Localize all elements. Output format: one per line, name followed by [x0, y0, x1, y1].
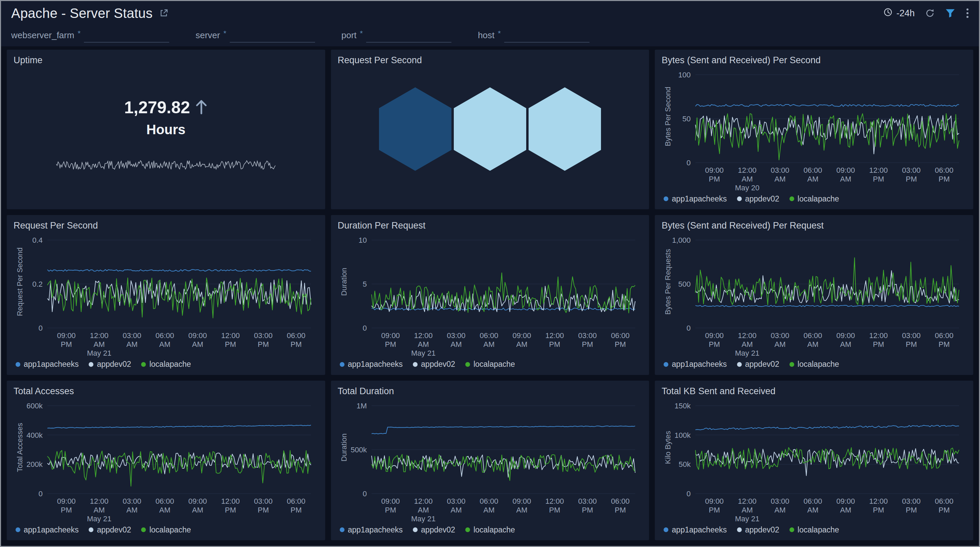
svg-text:12:00: 12:00	[221, 497, 240, 506]
svg-text:May 20: May 20	[735, 184, 759, 192]
legend-item[interactable]: localapache	[141, 525, 191, 534]
svg-text:PM: PM	[906, 340, 917, 349]
svg-text:500k: 500k	[351, 446, 367, 454]
legend-label: localapache	[149, 525, 191, 534]
legend-item[interactable]: appdev02	[89, 360, 131, 369]
svg-text:12:00: 12:00	[414, 497, 433, 506]
svg-text:50: 50	[682, 114, 690, 123]
svg-text:03:00: 03:00	[254, 497, 272, 506]
svg-text:AM: AM	[840, 506, 851, 514]
legend-item[interactable]: localapache	[465, 525, 515, 534]
port-input[interactable]	[366, 29, 452, 43]
svg-text:09:00: 09:00	[381, 331, 400, 340]
svg-text:09:00: 09:00	[188, 331, 207, 340]
filter-bar: webserver_farm * server * port * host *	[1, 25, 979, 46]
total-duration-chart[interactable]: 0500k1MDuration09:00PM12:00AMMay 2103:00…	[338, 397, 643, 523]
svg-text:500: 500	[678, 280, 691, 289]
legend-item[interactable]: appdev02	[89, 525, 131, 534]
legend-item[interactable]: localapache	[465, 360, 515, 369]
legend-item[interactable]: appdev02	[737, 525, 780, 534]
legend-item[interactable]: appdev02	[413, 360, 455, 369]
svg-text:10: 10	[358, 236, 366, 244]
legend-item[interactable]: appdev02	[413, 525, 455, 534]
total-kb-chart[interactable]: 050k100k150kKilo Bytes09:00PM12:00AMMay …	[662, 397, 966, 523]
time-range-control[interactable]: -24h	[883, 7, 915, 20]
panel-request-per-second-chart: Request Per Second 00.20.4Request Per Se…	[7, 215, 325, 374]
svg-text:06:00: 06:00	[286, 331, 305, 340]
svg-text:AM: AM	[94, 506, 105, 514]
svg-text:Bytes Per Second: Bytes Per Second	[663, 87, 672, 146]
svg-text:06:00: 06:00	[479, 497, 498, 506]
host-input[interactable]	[504, 29, 590, 43]
svg-text:0: 0	[38, 490, 43, 498]
legend-item[interactable]: localapache	[789, 525, 839, 534]
svg-text:09:00: 09:00	[705, 497, 724, 506]
honeycomb-cell[interactable]	[454, 87, 526, 171]
total-accesses-chart[interactable]: 0200k400k600kTotal Accesses09:00PM12:00A…	[14, 397, 318, 523]
honeycomb-cell[interactable]	[528, 87, 601, 171]
request-per-second-chart[interactable]: 00.20.4Request Per Second09:00PM12:00AMM…	[14, 231, 318, 358]
legend-item[interactable]: app1apacheeks	[340, 360, 403, 369]
panel-title: Request Per Second	[14, 220, 318, 231]
svg-text:400k: 400k	[26, 431, 43, 439]
svg-text:AM: AM	[192, 506, 204, 514]
legend-item[interactable]: localapache	[789, 360, 839, 369]
svg-text:03:00: 03:00	[902, 331, 921, 340]
webserver-farm-input[interactable]	[84, 29, 169, 43]
svg-text:PM: PM	[582, 340, 593, 349]
filter-icon[interactable]	[945, 8, 955, 18]
svg-text:PM: PM	[709, 175, 720, 183]
svg-text:03:00: 03:00	[123, 331, 142, 340]
svg-text:03:00: 03:00	[771, 497, 789, 506]
svg-text:12:00: 12:00	[869, 331, 888, 340]
legend-label: localapache	[798, 360, 839, 369]
svg-text:600k: 600k	[26, 402, 43, 410]
svg-text:AM: AM	[807, 175, 819, 183]
panel-title: Bytes (Sent and Received) Per Request	[662, 220, 966, 231]
legend-item[interactable]: appdev02	[737, 194, 780, 203]
honeycomb-cell[interactable]	[379, 87, 452, 171]
required-asterisk: *	[360, 29, 363, 43]
panel-uptime: Uptime 1,279.82 Hours	[7, 50, 325, 209]
svg-text:AM: AM	[742, 175, 753, 183]
legend-item[interactable]: app1apacheeks	[663, 525, 727, 534]
svg-text:12:00: 12:00	[869, 497, 888, 506]
svg-text:0: 0	[687, 324, 690, 332]
svg-text:09:00: 09:00	[512, 497, 531, 506]
svg-text:AM: AM	[516, 340, 527, 349]
svg-text:200k: 200k	[26, 460, 43, 469]
legend-item[interactable]: app1apacheeks	[663, 360, 727, 369]
svg-text:PM: PM	[385, 506, 396, 514]
svg-text:PM: PM	[225, 340, 236, 349]
legend-item[interactable]: app1apacheeks	[16, 360, 78, 369]
legend-item[interactable]: app1apacheeks	[16, 525, 78, 534]
server-input[interactable]	[230, 29, 315, 43]
kebab-menu-icon[interactable]	[966, 8, 969, 19]
svg-text:PM: PM	[939, 506, 950, 514]
legend-item[interactable]: localapache	[789, 194, 839, 203]
svg-text:PM: PM	[549, 506, 560, 514]
legend-item[interactable]: localapache	[141, 360, 191, 369]
svg-text:12:00: 12:00	[738, 497, 757, 506]
legend-item[interactable]: appdev02	[737, 360, 780, 369]
legend-item[interactable]: app1apacheeks	[663, 194, 727, 203]
svg-text:06:00: 06:00	[611, 331, 629, 340]
panel-title: Duration Per Request	[338, 220, 643, 231]
svg-text:06:00: 06:00	[804, 497, 822, 506]
refresh-icon[interactable]	[925, 8, 935, 18]
svg-text:PM: PM	[61, 506, 72, 514]
bytes-per-second-chart[interactable]: 050100Bytes Per Second09:00PM12:00AMMay …	[662, 66, 966, 192]
svg-text:5: 5	[363, 280, 366, 289]
legend-label: appdev02	[745, 194, 780, 203]
legend-dot	[413, 527, 418, 532]
svg-text:PM: PM	[385, 340, 396, 349]
duration-per-request-chart[interactable]: 0510Duration09:00PM12:00AMMay 2103:00AM0…	[338, 231, 643, 358]
open-in-new-icon[interactable]	[159, 8, 169, 18]
svg-text:12:00: 12:00	[869, 166, 888, 174]
bytes-per-request-chart[interactable]: 05001,000Bytes Per Requests09:00PM12:00A…	[662, 231, 966, 358]
svg-text:Request Per Second: Request Per Second	[16, 247, 24, 316]
panel-title: Total Accesses	[14, 386, 318, 396]
legend-dot	[465, 527, 470, 532]
legend-item[interactable]: app1apacheeks	[340, 525, 403, 534]
panel-title: Uptime	[14, 55, 318, 66]
